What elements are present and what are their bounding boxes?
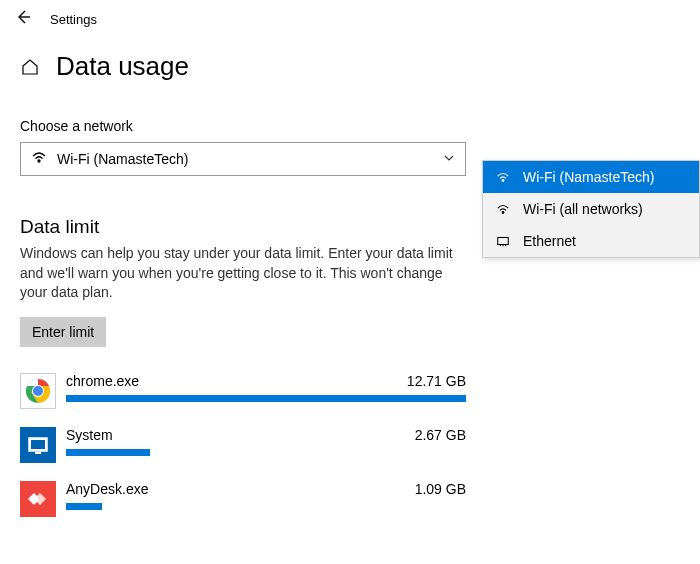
system-icon [20, 427, 56, 463]
usage-bar [66, 395, 466, 402]
wifi-icon [495, 170, 511, 184]
svg-point-8 [502, 180, 504, 182]
page-title: Data usage [56, 51, 189, 82]
network-dropdown[interactable]: Wi-Fi (NamasteTech) [20, 142, 466, 176]
dropdown-selected-text: Wi-Fi (NamasteTech) [57, 151, 443, 167]
svg-point-1 [38, 160, 40, 162]
wifi-icon [31, 149, 47, 169]
app-row: AnyDesk.exe1.09 GB [20, 481, 466, 535]
network-menu-label: Wi-Fi (NamasteTech) [523, 169, 654, 185]
chevron-down-icon [443, 152, 455, 167]
svg-point-4 [33, 386, 43, 396]
network-menu: Wi-Fi (NamasteTech)Wi-Fi (all networks)E… [482, 160, 700, 258]
network-menu-label: Ethernet [523, 233, 576, 249]
network-menu-item[interactable]: Ethernet [483, 225, 699, 257]
app-usage: 12.71 GB [407, 373, 466, 389]
app-row: chrome.exe12.71 GB [20, 373, 466, 427]
back-icon[interactable] [14, 8, 32, 31]
window-title: Settings [50, 12, 97, 27]
wifi-icon [495, 202, 511, 216]
data-limit-description: Windows can help you stay under your dat… [20, 244, 460, 303]
enter-limit-button[interactable]: Enter limit [20, 317, 106, 347]
chrome-icon [20, 373, 56, 409]
app-usage-list: chrome.exe12.71 GBSystem2.67 GBAnyDesk.e… [20, 373, 466, 535]
app-row: System2.67 GB [20, 427, 466, 481]
app-usage: 2.67 GB [415, 427, 466, 443]
svg-rect-7 [35, 452, 41, 454]
app-name: AnyDesk.exe [66, 481, 148, 497]
app-name: System [66, 427, 113, 443]
network-menu-label: Wi-Fi (all networks) [523, 201, 643, 217]
app-name: chrome.exe [66, 373, 139, 389]
network-menu-item[interactable]: Wi-Fi (all networks) [483, 193, 699, 225]
svg-rect-10 [498, 238, 509, 245]
svg-point-9 [502, 212, 504, 214]
usage-bar [66, 503, 466, 510]
ethernet-icon [495, 234, 511, 248]
home-icon[interactable] [20, 57, 40, 77]
usage-bar [66, 449, 466, 456]
network-menu-item[interactable]: Wi-Fi (NamasteTech) [483, 161, 699, 193]
app-usage: 1.09 GB [415, 481, 466, 497]
anydesk-icon [20, 481, 56, 517]
choose-network-label: Choose a network [20, 118, 680, 134]
svg-rect-6 [31, 440, 45, 449]
